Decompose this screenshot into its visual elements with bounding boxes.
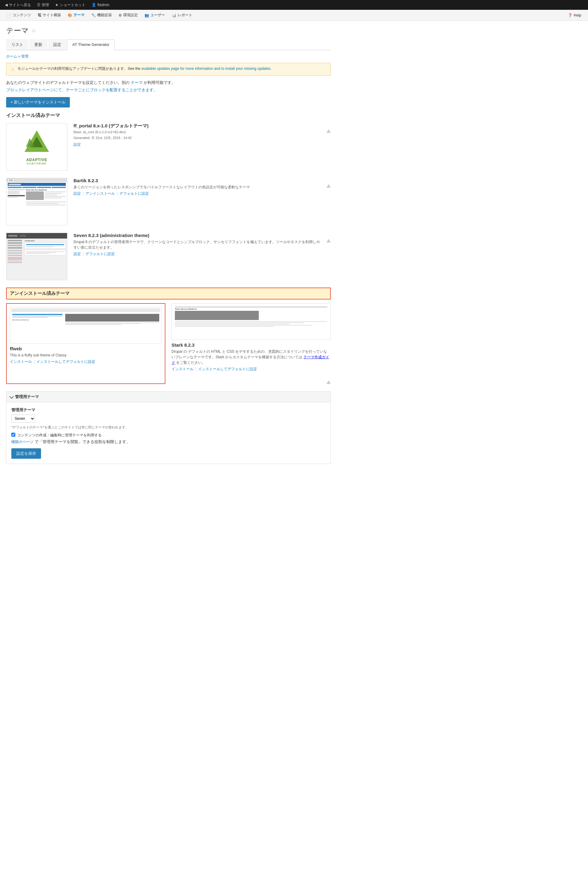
breadcrumb-separator: »	[18, 54, 20, 58]
stark-arrows	[171, 374, 331, 384]
help-icon: ❓	[568, 13, 572, 18]
warning-banner: ⚠ モジュールかテーマの利用可能なアップデートに問題があります。See the …	[6, 63, 331, 76]
ff-portal-thumbnail: ADAPTIVE SUBTHEME	[6, 123, 68, 171]
nav-structure[interactable]: 🏗 サイト構築	[34, 11, 64, 19]
stark-install-link[interactable]: インストール	[171, 367, 194, 372]
breadcrumb-admin[interactable]: 管理	[21, 54, 28, 58]
nav-users[interactable]: 👥 ユーザー	[141, 11, 168, 19]
adaptive-text: ADAPTIVE	[26, 158, 48, 162]
bartik-actions: 設定 | アンインストール | デフォルトに設定	[74, 191, 320, 196]
seven-description: Drupal 8 のデフォルトの管理者用テーマで、クリーンなコードとシンプルブロ…	[74, 239, 320, 250]
modules-icon: 🔧	[91, 13, 96, 18]
admin-theme-section-title: 管理用テーマ	[15, 394, 39, 400]
stark-actions: インストール | インストールしてデフォルトに設定	[171, 367, 331, 372]
nav-modules[interactable]: 🔧 機能拡張	[88, 11, 115, 19]
structure-icon: 🏗	[38, 13, 41, 18]
tab-list[interactable]: リスト	[6, 39, 28, 50]
installed-themes-list: ADAPTIVE SUBTHEME ff_portal 8.x-1.0 (デフォ…	[6, 123, 331, 280]
theme-item-bartik: Bartik	[6, 178, 331, 225]
tab-settings[interactable]: 設定	[48, 39, 66, 50]
ffweb-name: ffweb	[10, 346, 162, 351]
admin-theme-label: 管理用テーマ	[11, 407, 326, 413]
seven-settings-link[interactable]: 設定	[74, 252, 81, 256]
adaptive-logo-svg	[23, 129, 51, 156]
nav-config[interactable]: ⚙ 環境設定	[116, 11, 141, 19]
breadcrumb: ホーム » 管理	[6, 54, 331, 59]
warning-link[interactable]: available updates page for more informat…	[141, 66, 272, 71]
theme-link[interactable]: テーマ	[131, 80, 143, 85]
ff-portal-arrows	[327, 123, 331, 133]
admin-theme-checkbox[interactable]	[11, 433, 15, 437]
stark-name: Stark 8.2.3	[171, 342, 331, 348]
ff-portal-up-arrow[interactable]	[327, 129, 331, 133]
site-link[interactable]: ◀ サイトへ戻る	[3, 1, 33, 9]
bartik-settings-link[interactable]: 設定	[74, 191, 81, 196]
save-settings-button[interactable]: 設定を保存	[11, 448, 41, 459]
page-content: テーマ ☆ リスト 更新 設定 AT Theme Generator ホーム »…	[0, 21, 337, 475]
chevron-down-icon	[9, 394, 14, 399]
bartik-browser-header: Bartik	[6, 178, 67, 182]
breadcrumb-home[interactable]: ホーム	[6, 54, 17, 58]
nav-help[interactable]: ❓ Help	[565, 11, 584, 19]
stark-description: Drupal の デフォルトの HTML と CSS をデモするための、意図的に…	[171, 349, 331, 365]
nav-content[interactable]: 📄 コンテンツ	[4, 11, 34, 19]
stark-up-arrow[interactable]	[327, 380, 331, 384]
admin-theme-permission-link[interactable]: 権限のページ	[11, 440, 33, 444]
admin-theme-checkbox-label: コンテンツの作成・編集時に管理テーマを利用する	[17, 433, 102, 438]
reports-icon: 📊	[172, 13, 176, 18]
uninstalled-section: アンインストール済みテーマ Donec felis area, blandit …	[6, 288, 331, 384]
admin-theme-body: 管理用テーマ Seven Bartik ff_portal *デフォルトのテーマ…	[6, 402, 330, 464]
theme-item-ff-portal: ADAPTIVE SUBTHEME ff_portal 8.x-1.0 (デフォ…	[6, 123, 331, 171]
ffweb-install-default-link[interactable]: インストールしてデフォルトに設定	[36, 359, 95, 364]
tab-update[interactable]: 更新	[29, 39, 48, 50]
theme-icon: 🎨	[68, 13, 72, 18]
bartik-uninstall-link[interactable]: アンインストール	[86, 191, 115, 196]
layout-link[interactable]: ブロックレイアウトページにて、テーマごとにブロックを配置することができます。	[6, 87, 331, 93]
ff-portal-info: ff_portal 8.x-1.0 (デフォルトテーマ) Base: at_co…	[74, 123, 320, 147]
ffweb-install-link[interactable]: インストール	[10, 359, 32, 364]
uninstalled-grid: Donec felis area, blandit non ffweb	[6, 303, 331, 384]
bartik-thumbnail: Bartik	[6, 178, 68, 225]
nav-theme[interactable]: 🎨 テーマ	[64, 11, 88, 19]
ffweb-info: ffweb This is a fluffy sub theme of Clas…	[10, 346, 162, 380]
seven-up-arrow[interactable]	[327, 239, 331, 243]
page-title: テーマ	[6, 26, 29, 36]
stark-install-default-link[interactable]: インストールしてデフォルトに設定	[198, 367, 257, 372]
seven-arrows	[327, 233, 331, 243]
admin-theme-header[interactable]: 管理用テーマ	[6, 392, 330, 402]
ff-portal-settings-link[interactable]: 設定	[74, 142, 81, 147]
seven-sidebar	[6, 238, 23, 280]
stark-info: Stark 8.2.3 Drupal の デフォルトの HTML と CSS を…	[171, 342, 331, 372]
admin-menu-link[interactable]: ☰ 管理	[34, 1, 51, 9]
install-theme-button[interactable]: + 新しいテーマをインストール	[6, 97, 70, 108]
uninstalled-section-heading: アンインストール済みテーマ	[6, 288, 331, 300]
nav-reports[interactable]: 📊 レポート	[169, 11, 195, 19]
shortcut-link[interactable]: ★ ショートカット	[52, 1, 88, 9]
admin-theme-section: 管理用テーマ 管理用テーマ Seven Bartik ff_portal *デフ…	[6, 391, 331, 464]
user-icon-toolbar: 👤	[92, 3, 96, 7]
seven-thumbnail: Configuration	[6, 233, 68, 280]
info-text: あなたのウェブサイトのデフォルトテーマを設定してください。別の テーマ が利用可…	[6, 80, 331, 85]
theme-item-seven: Configuration Se	[6, 233, 331, 280]
favorite-star-icon[interactable]: ☆	[31, 27, 36, 34]
user-link[interactable]: 👤 ffadmin	[89, 1, 112, 8]
theme-item-stark: Theme: felis eros, Blandit non Stark 8.2…	[171, 303, 331, 384]
secondary-nav: 📄 コンテンツ 🏗 サイト構築 🎨 テーマ 🔧 機能拡張 ⚙ 環境設定 👥 ユー…	[0, 10, 588, 21]
installed-section-heading: インストール済みテーマ	[6, 112, 331, 119]
admin-toolbar: ◀ サイトへ戻る ☰ 管理 ★ ショートカット 👤 ffadmin	[0, 0, 588, 10]
adaptive-logo: ADAPTIVE SUBTHEME	[6, 123, 67, 170]
admin-theme-select[interactable]: Seven Bartik ff_portal	[11, 415, 35, 423]
tab-at-theme-generator[interactable]: AT Theme Generator	[67, 39, 114, 50]
bartik-preview: Bartik	[6, 178, 67, 225]
seven-browser-header	[6, 233, 67, 238]
menu-icon: ☰	[37, 3, 40, 7]
bartik-up-arrow[interactable]	[327, 184, 331, 188]
ff-portal-name: ff_portal 8.x-1.0 (デフォルトテーマ)	[74, 123, 320, 129]
seven-default-link[interactable]: デフォルトに設定	[86, 252, 115, 256]
warning-icon: ⚠	[11, 66, 15, 72]
bartik-default-link[interactable]: デフォルトに設定	[119, 191, 149, 196]
users-icon: 👥	[144, 13, 149, 18]
admin-theme-permission-text: 権限のページ で「管理用テーマを閲覧」できる役割を制限します。	[11, 439, 326, 445]
content-icon: 📄	[7, 13, 11, 18]
seven-info: Seven 8.2.3 (administration theme) Drupa…	[74, 233, 320, 256]
